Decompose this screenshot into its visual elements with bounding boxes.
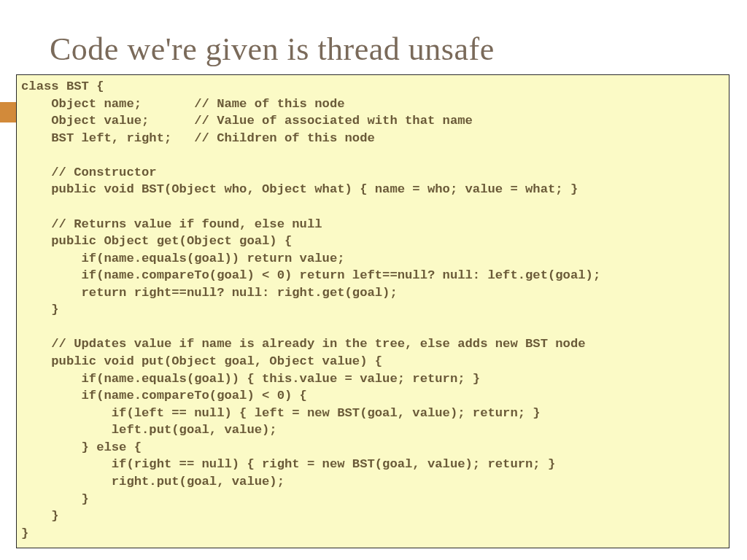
slide-title: Code we're given is thread unsafe — [50, 31, 495, 68]
code-block: class BST { Object name; // Name of this… — [16, 74, 729, 548]
code-content: class BST { Object name; // Name of this… — [21, 78, 724, 542]
